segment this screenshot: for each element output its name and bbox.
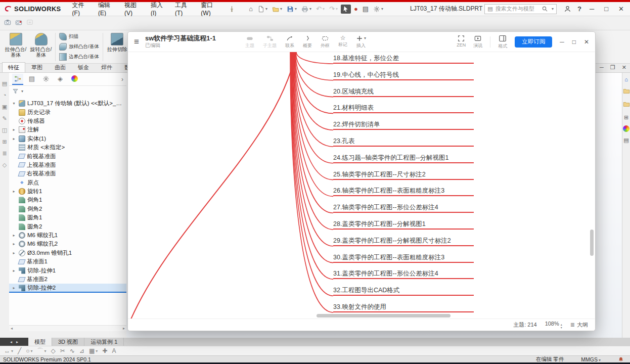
tab-scroll-buttons[interactable]: ◂ ▸ [0,338,28,346]
mindmap-tool-boundary[interactable]: 外框 [321,35,330,49]
home-icon[interactable]: ⌂ [624,76,628,83]
tree-item[interactable]: 传感器 [9,117,126,125]
panel-expand-icon[interactable]: › [121,76,123,82]
panel-tab-configurationmanager[interactable] [40,74,52,85]
tree-item[interactable]: 基准面1 [9,257,126,266]
mindmap-tool-subtopic[interactable]: 子主题 [263,35,277,49]
tree-item[interactable]: 圆角1 [9,213,126,222]
open-folder-button[interactable]: ▾ [271,5,284,14]
menu-item[interactable]: 编辑(E) [94,0,119,18]
tree-item[interactable]: 圆角2 [9,222,126,231]
tree-item[interactable]: ▸切除-拉伸1 [9,266,126,275]
search-input[interactable]: ▤ 搜索文件与模型 ▾ [484,4,557,14]
props-icon[interactable]: ▤ [623,136,628,144]
new-doc-button[interactable]: ▾ [256,5,269,14]
mindmap-topic[interactable]: 33.映射文件的使用 [333,302,474,312]
doc-close-icon[interactable]: ✕ [622,65,626,70]
capture-model-button[interactable] [26,19,33,27]
pane-5-icon[interactable]: ◫ [2,126,7,133]
filter-funnel-icon[interactable] [12,88,19,95]
pane-1-icon[interactable]: ▤ [2,80,7,87]
mindmap-topic[interactable]: 19.中心线，中心符号线 [333,70,474,80]
mindmap-topic[interactable]: 18.基准特征，形位公差 [333,54,474,64]
minimize-icon[interactable]: ─ [588,6,596,12]
mindmap-tool-pitch-play[interactable]: 演说 [473,35,482,49]
tree-item[interactable]: 历史记录 [9,108,126,116]
mindmap-topic[interactable]: 28.盖类零件的工程图--分解视图1 [333,219,474,230]
mindmap-tool-zen-mode[interactable]: ZEN [457,35,466,49]
capture-video-button[interactable] [15,19,22,27]
mindmap-topic[interactable]: 31.盖类零件的工程图--形位公差标注4 [333,269,474,279]
pane-2-icon[interactable]: ◔ [3,92,7,99]
pane-7-icon[interactable]: ≣ [2,150,7,157]
mindmap-maximize-icon[interactable]: □ [572,39,576,45]
expander-icon[interactable]: ▸ [11,286,17,290]
expander-icon[interactable]: ▸ [11,251,17,255]
mindmap-close-icon[interactable]: ✕ [584,39,589,45]
ribbon-tab[interactable]: 钣金 [72,62,95,72]
format-button[interactable]: 格式 [498,34,507,50]
task-pane-button[interactable]: ▤ [361,5,370,13]
text-tool[interactable]: A [112,348,116,354]
mindmap-topic[interactable]: 32.工程图导出CAD格式 [333,286,474,296]
arc-tool[interactable]: ⌒▾ [37,348,47,354]
expander-icon[interactable]: ▸ [11,127,17,132]
doc-tab[interactable]: 3D 视图 [52,338,84,346]
tree-item[interactable]: 上视基准面 [9,161,126,169]
mirror-tool[interactable]: ⊿ [79,348,84,354]
mindmap-topic[interactable]: 29.盖类零件的工程图--分解视图尺寸标注2 [333,236,474,246]
circle-tool[interactable]: ○▾ [26,348,32,354]
move-tool[interactable]: ✚ [102,348,107,354]
close-icon[interactable]: ✕ [616,6,626,12]
ribbon-tab[interactable]: 草图 [25,62,49,72]
tree-item[interactable]: ▸切除-拉伸2 [9,284,126,292]
menu-item[interactable]: 窗口(W) [197,0,223,18]
tree-item[interactable]: ▸Ø3.0mm 锥销孔1 [9,249,126,257]
maximize-icon[interactable]: □ [602,6,610,12]
tree-item[interactable]: 基准面2 [9,275,126,284]
bell-icon[interactable] [618,356,624,362]
mindmap-tool-topic[interactable]: 主题 [245,35,254,49]
undo-button[interactable]: ↶▾ [314,5,326,13]
scroll-left-icon[interactable]: ◂ [11,327,13,331]
zoom-stepper-icon[interactable]: ▴▾ [561,323,562,329]
pane-6-icon[interactable]: ⊞ [2,138,7,145]
pane-8-icon[interactable]: ◇ [3,161,7,168]
mindmap-topic[interactable]: 20.区域填充线 [333,87,474,97]
doc-tab[interactable]: 模型 [28,338,52,346]
mindmap-topic[interactable]: 25.轴类零件的工程图--尺寸标注2 [333,170,474,180]
search-icon[interactable] [542,6,548,12]
folder-sm-icon[interactable] [623,87,630,96]
ribbon-loft-button[interactable]: 放样凸台/基体 [57,42,101,52]
expander-icon[interactable]: ▸ [11,233,17,238]
polygon-tool[interactable]: ◇ [51,348,56,354]
tree-item[interactable]: ▸M6 螺纹孔2 [9,240,126,248]
smart-dimension-tool[interactable]: ↔▾ [4,348,13,354]
print-button[interactable]: ▾ [300,5,313,14]
ribbon-revolve-boss-button[interactable]: 旋转凸台/基体 [28,31,54,63]
scroll-right-icon[interactable]: ▸ [123,327,125,331]
tree-item[interactable]: 材质 <未指定> [9,143,126,152]
expander-icon[interactable]: ▸ [11,268,17,273]
doc-tab[interactable]: 运动算例 1 [84,338,124,346]
panel-tab-dimxpert[interactable]: ◈ [55,74,66,85]
doc-restore-icon[interactable]: ❐ [610,65,615,70]
mindmap-minimize-icon[interactable]: ─ [560,39,564,45]
menu-item[interactable]: 视图(V) [120,0,146,18]
options-gear-button[interactable]: ▾ [372,5,385,14]
mindmap-topic[interactable]: 30.盖类零件的工程图--表面粗糙度标注3 [333,253,474,263]
tree-item[interactable]: 倒角2 [9,205,126,213]
expander-icon[interactable]: ▸ [11,189,17,194]
tree-root[interactable]: ▾LJT03_17 传动轴 (默认) <<默认>_显示状态 1: [9,99,126,108]
ribbon-sweep-button[interactable]: 扫描 [57,32,101,41]
pane-3-icon[interactable]: ▣ [2,103,7,110]
search-caret-icon[interactable]: ▾ [552,7,554,11]
ribbon-cut-extrude-button[interactable]: 拉伸切除 [105,31,130,63]
panel-tab-featuremanager[interactable] [12,74,23,85]
save-button[interactable]: ▾ [285,5,298,14]
ribbon-boundary-boss-button[interactable]: 边界凸台/基体 [57,52,101,62]
mindmap-topic[interactable]: 27.轴类零件的工程图--形位公差标注4 [333,203,474,213]
mindmap-topic[interactable]: 22.焊件切割清单 [333,120,474,130]
mindmap-tool-insert-plus[interactable]: ▾插入 [356,35,366,49]
ribbon-tab[interactable]: 焊件 [95,62,118,72]
